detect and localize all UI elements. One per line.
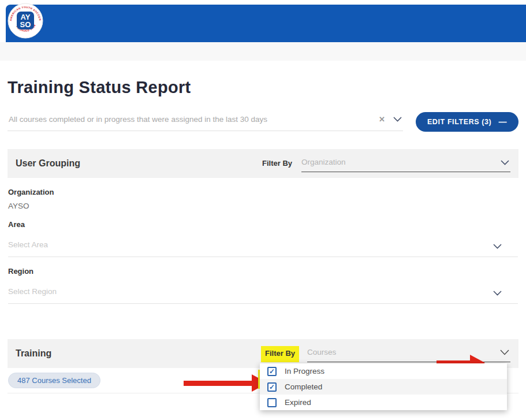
region-select[interactable]: Select Region bbox=[8, 283, 518, 304]
training-title: Training bbox=[16, 348, 51, 359]
user-grouping-fields: Organization AYSO Area Select Area Regio… bbox=[8, 188, 518, 304]
area-placeholder: Select Area bbox=[8, 240, 48, 249]
header-blue-bar bbox=[6, 5, 526, 42]
organization-label: Organization bbox=[8, 188, 518, 196]
user-grouping-title: User Grouping bbox=[16, 158, 80, 169]
option-in-progress[interactable]: ✓ In Progress bbox=[260, 363, 507, 379]
user-grouping-filter-value: Organization bbox=[301, 158, 510, 166]
area-select[interactable]: Select Area bbox=[8, 236, 518, 257]
minus-icon: — bbox=[498, 117, 507, 127]
option-label: In Progress bbox=[285, 367, 324, 376]
region-placeholder: Select Region bbox=[8, 287, 57, 296]
region-label: Region bbox=[8, 267, 518, 276]
option-expired[interactable]: Expired bbox=[260, 395, 507, 410]
checkbox-unchecked-icon[interactable] bbox=[267, 398, 277, 407]
area-label: Area bbox=[8, 220, 518, 229]
saved-filter-select[interactable]: All courses completed or in progress tha… bbox=[8, 113, 403, 131]
clear-filter-icon[interactable]: ✕ bbox=[379, 115, 385, 124]
edit-filters-button[interactable]: EDIT FILTERS (3) — bbox=[416, 112, 518, 132]
organization-value: AYSO bbox=[8, 202, 518, 210]
option-label: Expired bbox=[285, 398, 311, 407]
user-grouping-section-bar: User Grouping Filter By Organization bbox=[8, 149, 518, 178]
training-filter-by-label: Filter By bbox=[261, 346, 299, 362]
subheader-band bbox=[0, 42, 526, 61]
courses-selected-badge: 487 Courses Selected bbox=[8, 373, 100, 388]
option-label: Completed bbox=[285, 382, 322, 391]
chevron-down-icon bbox=[493, 244, 502, 249]
chevron-down-icon bbox=[493, 291, 502, 296]
logo-monogram-so: SO bbox=[20, 20, 31, 29]
red-arrow-chips bbox=[184, 374, 268, 392]
option-completed[interactable]: ✓ Completed bbox=[260, 379, 507, 395]
page-title: Training Status Report bbox=[8, 78, 518, 97]
chevron-down-icon bbox=[501, 160, 509, 165]
chevron-down-icon[interactable] bbox=[393, 117, 402, 122]
page: AMERICAN YOUTH SOCCER ORGANIZATION FOUND… bbox=[0, 0, 526, 420]
saved-filter-value: All courses completed or in progress tha… bbox=[9, 115, 371, 124]
status-dropdown-panel: ✓ In Progress ✓ Completed Expired bbox=[260, 363, 507, 410]
checkbox-checked-icon[interactable]: ✓ bbox=[267, 367, 277, 376]
chevron-down-icon[interactable] bbox=[500, 350, 509, 355]
ayso-logo: AMERICAN YOUTH SOCCER ORGANIZATION FOUND… bbox=[8, 3, 43, 39]
checkbox-checked-icon[interactable]: ✓ bbox=[267, 382, 277, 392]
user-grouping-filter-by-label: Filter By bbox=[261, 156, 293, 172]
training-filter-select[interactable]: Courses bbox=[307, 345, 510, 362]
app-header: AMERICAN YOUTH SOCCER ORGANIZATION FOUND… bbox=[0, 0, 526, 42]
user-grouping-filter-select[interactable]: Organization bbox=[301, 155, 510, 172]
edit-filters-label: EDIT FILTERS (3) bbox=[427, 118, 491, 126]
saved-filter-row: All courses completed or in progress tha… bbox=[8, 112, 518, 132]
